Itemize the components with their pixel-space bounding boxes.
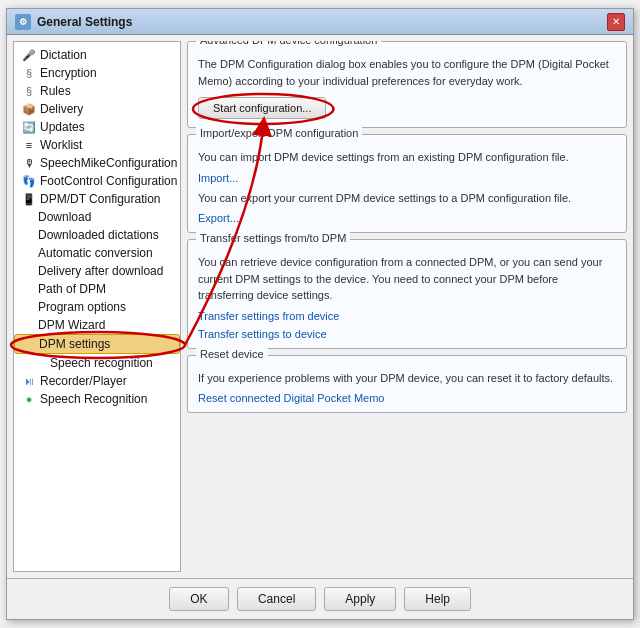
- sidebar-label-dpm-wizard: DPM Wizard: [38, 318, 105, 332]
- window-title: General Settings: [37, 15, 132, 29]
- title-bar-left: ⚙ General Settings: [15, 14, 132, 30]
- section-text-import-export: You can import DPM device settings from …: [198, 149, 616, 166]
- sidebar-label-delivery-after: Delivery after download: [38, 264, 163, 278]
- sidebar-label-rules: Rules: [40, 84, 71, 98]
- sidebar-item-speech-rec[interactable]: ●Speech Recognition: [14, 390, 180, 408]
- sidebar-label-speech-rec: Speech Recognition: [40, 392, 147, 406]
- cancel-button[interactable]: Cancel: [237, 587, 316, 611]
- help-button[interactable]: Help: [404, 587, 471, 611]
- section-link-transfer-1[interactable]: Transfer settings to device: [198, 328, 616, 340]
- sidebar-item-worklist[interactable]: ≡Worklist: [14, 136, 180, 154]
- section-advanced-dpm: Advanced DPM device configurationThe DPM…: [187, 41, 627, 128]
- section-title-advanced-dpm: Advanced DPM device configuration: [196, 41, 381, 46]
- sidebar-label-recorder: Recorder/Player: [40, 374, 127, 388]
- sidebar-item-dpm-dt[interactable]: 📱DPM/DT Configuration: [14, 190, 180, 208]
- sidebar-icon-recorder: ⏯: [22, 374, 36, 388]
- sidebar-item-rules[interactable]: §Rules: [14, 82, 180, 100]
- sidebar-item-dictation[interactable]: 🎤Dictation: [14, 46, 180, 64]
- close-button[interactable]: ✕: [607, 13, 625, 31]
- sidebar-item-recorder[interactable]: ⏯Recorder/Player: [14, 372, 180, 390]
- sidebar-icon-worklist: ≡: [22, 138, 36, 152]
- sidebar-label-download: Download: [38, 210, 91, 224]
- sidebar-label-path-dpm: Path of DPM: [38, 282, 106, 296]
- section-title-import-export: Import/export DPM configuration: [196, 127, 362, 139]
- section-import-export: Import/export DPM configurationYou can i…: [187, 134, 627, 233]
- section-text-advanced-dpm: The DPM Configuration dialog box enables…: [198, 56, 616, 89]
- section-link-reset-0[interactable]: Reset connected Digital Pocket Memo: [198, 392, 616, 404]
- section-reset: Reset deviceIf you experience problems w…: [187, 355, 627, 414]
- sidebar-icon-dpm-dt: 📱: [22, 192, 36, 206]
- sidebar-item-downloaded[interactable]: Downloaded dictations: [14, 226, 180, 244]
- section-text-transfer: You can retrieve device configuration fr…: [198, 254, 616, 304]
- sidebar-icon-speech-rec: ●: [22, 392, 36, 406]
- ok-button[interactable]: OK: [169, 587, 229, 611]
- sidebar-icon-rules: §: [22, 84, 36, 98]
- sidebar-item-speechmike[interactable]: 🎙SpeechMikeConfiguration: [14, 154, 180, 172]
- sidebar-item-speech-rec-child[interactable]: Speech recognition: [14, 354, 180, 372]
- sidebar-item-encryption[interactable]: §Encryption: [14, 64, 180, 82]
- sidebar: 🎤Dictation§Encryption§Rules📦Delivery🔄Upd…: [13, 41, 181, 572]
- sidebar-label-delivery: Delivery: [40, 102, 83, 116]
- sidebar-label-dictation: Dictation: [40, 48, 87, 62]
- start-config-button[interactable]: Start configuration...: [198, 97, 326, 119]
- section-link-import-export-0[interactable]: Import...: [198, 172, 616, 184]
- sidebar-icon-speechmike: 🎙: [22, 156, 36, 170]
- section-link-transfer-0[interactable]: Transfer settings from device: [198, 310, 616, 322]
- apply-button[interactable]: Apply: [324, 587, 396, 611]
- window-body: 🎤Dictation§Encryption§Rules📦Delivery🔄Upd…: [7, 35, 633, 578]
- sidebar-item-updates[interactable]: 🔄Updates: [14, 118, 180, 136]
- sidebar-label-speechmike: SpeechMikeConfiguration: [40, 156, 177, 170]
- sidebar-label-downloaded: Downloaded dictations: [38, 228, 159, 242]
- sidebar-icon-updates: 🔄: [22, 120, 36, 134]
- sidebar-label-worklist: Worklist: [40, 138, 82, 152]
- sidebar-icon-dictation: 🎤: [22, 48, 36, 62]
- sidebar-item-auto-conv[interactable]: Automatic conversion: [14, 244, 180, 262]
- section-subtext-import-export-1: You can export your current DPM device s…: [198, 190, 616, 207]
- sidebar-label-auto-conv: Automatic conversion: [38, 246, 153, 260]
- main-wrapper: Advanced DPM device configurationThe DPM…: [187, 41, 627, 572]
- sidebar-icon-footcontrol: 👣: [22, 174, 36, 188]
- section-title-transfer: Transfer settings from/to DPM: [196, 232, 350, 244]
- sidebar-item-dpm-wizard[interactable]: DPM Wizard: [14, 316, 180, 334]
- sidebar-label-updates: Updates: [40, 120, 85, 134]
- section-transfer: Transfer settings from/to DPMYou can ret…: [187, 239, 627, 349]
- sidebar-icon-delivery: 📦: [22, 102, 36, 116]
- section-title-reset: Reset device: [196, 348, 268, 360]
- window-icon: ⚙: [15, 14, 31, 30]
- section-text-reset: If you experience problems with your DPM…: [198, 370, 616, 387]
- sidebar-label-encryption: Encryption: [40, 66, 97, 80]
- sidebar-label-program-opt: Program options: [38, 300, 126, 314]
- sidebar-icon-encryption: §: [22, 66, 36, 80]
- sidebar-label-speech-rec-child: Speech recognition: [50, 356, 153, 370]
- general-settings-window: ⚙ General Settings ✕ 🎤Dictation§Encrypti…: [6, 8, 634, 620]
- sidebar-item-delivery[interactable]: 📦Delivery: [14, 100, 180, 118]
- title-bar: ⚙ General Settings ✕: [7, 9, 633, 35]
- sidebar-item-dpm-settings[interactable]: DPM settings: [14, 334, 180, 354]
- sidebar-item-footcontrol[interactable]: 👣FootControl Configuration: [14, 172, 180, 190]
- section-link-import-export-2[interactable]: Export...: [198, 212, 616, 224]
- sidebar-item-path-dpm[interactable]: Path of DPM: [14, 280, 180, 298]
- sidebar-item-delivery-after[interactable]: Delivery after download: [14, 262, 180, 280]
- sidebar-label-footcontrol: FootControl Configuration: [40, 174, 177, 188]
- footer: OK Cancel Apply Help: [7, 578, 633, 619]
- sidebar-label-dpm-settings: DPM settings: [39, 337, 110, 351]
- sidebar-item-program-opt[interactable]: Program options: [14, 298, 180, 316]
- sidebar-item-download[interactable]: Download: [14, 208, 180, 226]
- sidebar-label-dpm-dt: DPM/DT Configuration: [40, 192, 161, 206]
- main-content: Advanced DPM device configurationThe DPM…: [187, 41, 627, 572]
